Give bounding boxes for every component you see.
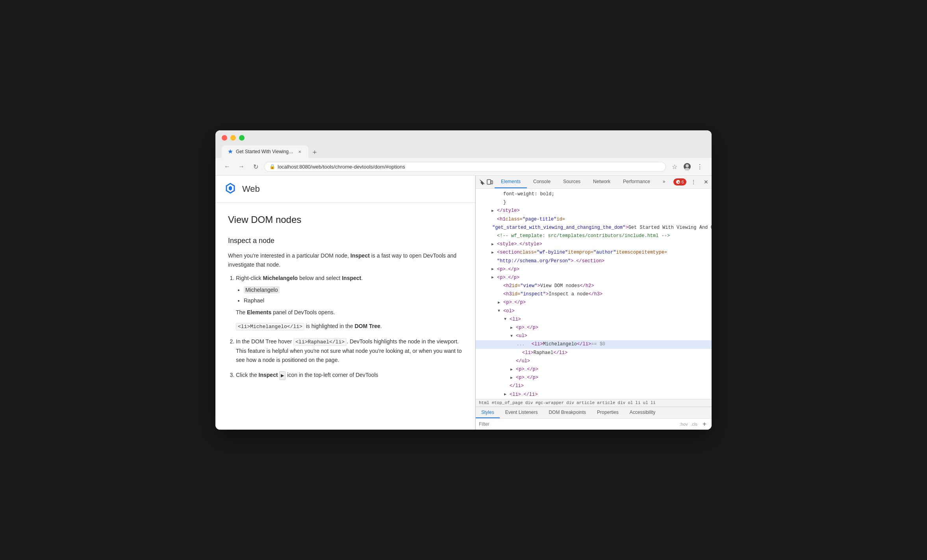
breadcrumb-li2[interactable]: li (651, 401, 656, 405)
svg-rect-3 (487, 180, 491, 184)
breadcrumb-bar: html #top_of_page div #gc-wrapper div ar… (476, 399, 712, 407)
dom-line[interactable]: ▶ <p>…</p> (476, 365, 712, 374)
dom-line[interactable]: ▶ <p>…</p> (476, 274, 712, 282)
tab-favicon (227, 148, 234, 155)
url-bar[interactable]: 🔒 localhost:8080/web/tools/chrome-devtoo… (264, 162, 666, 172)
dom-line[interactable]: ▶ <p>…</p> (476, 299, 712, 307)
dom-line[interactable]: <h1 class="page-title" id= (476, 215, 712, 224)
breadcrumb-div1[interactable]: div (525, 401, 533, 405)
inspect-element-button[interactable] (479, 176, 485, 188)
tab-properties[interactable]: Properties (591, 407, 624, 418)
breadcrumb-div3[interactable]: div (617, 401, 625, 405)
devtools-panel: Elements Console Sources Network Perform… (475, 176, 712, 430)
dom-line[interactable]: ▼ <ol> (476, 307, 712, 315)
tab-close-button[interactable]: ✕ (297, 148, 303, 155)
close-button[interactable] (222, 135, 227, 141)
breadcrumb-article1[interactable]: article (577, 401, 595, 405)
devtools-more-button[interactable]: ⋮ (688, 176, 699, 188)
expand-icon (526, 341, 531, 348)
dom-line[interactable]: ▶ <p>…</p> (476, 265, 712, 274)
filter-input[interactable] (479, 421, 677, 427)
dom-line[interactable]: font-weight: bold; (476, 190, 712, 198)
devtools-tabs: Elements Console Sources Network Perform… (495, 176, 672, 188)
tab-elements[interactable]: Elements (495, 176, 527, 188)
dom-line[interactable]: ▶ <style>…</style> (476, 240, 712, 248)
breadcrumb-top[interactable]: #top_of_page (491, 401, 523, 405)
site-logo-icon (223, 182, 237, 196)
forward-button[interactable]: → (236, 161, 247, 172)
tab-more[interactable]: » (656, 176, 672, 188)
filter-add-button[interactable]: + (701, 420, 708, 428)
dom-line[interactable]: ▶ <li>…</li> (476, 391, 712, 399)
error-badge[interactable]: ✕ 6 (673, 178, 686, 185)
devtools-toolbar: Elements Console Sources Network Perform… (476, 176, 712, 189)
bookmark-icon[interactable]: ☆ (669, 161, 680, 172)
dom-line[interactable]: "http://schema.org/Person">…</section> (476, 257, 712, 265)
breadcrumb-ol[interactable]: ol (628, 401, 633, 405)
tab-accessibility[interactable]: Accessibility (624, 407, 661, 418)
dom-line-highlighted[interactable]: ... <li>Michelangelo</li> == $0 (476, 340, 712, 349)
profile-icon[interactable] (682, 161, 693, 172)
collapse-icon: ▶ (491, 250, 496, 256)
menu-icon[interactable]: ⋮ (694, 161, 705, 172)
svg-rect-4 (491, 181, 493, 184)
dom-line[interactable]: <li>Raphael</li> (476, 349, 712, 357)
maximize-button[interactable] (239, 135, 245, 141)
breadcrumb-html[interactable]: html (479, 401, 489, 405)
page-header: Web (215, 176, 475, 203)
dom-line[interactable]: } (476, 198, 712, 207)
minimize-button[interactable] (230, 135, 236, 141)
dom-tree[interactable]: font-weight: bold; } ▶ </style> <h1 clas… (476, 189, 712, 399)
dom-line[interactable]: </li> (476, 382, 712, 390)
steps-list: Right-click Michelangelo below and selec… (236, 274, 462, 380)
device-toolbar-button[interactable] (487, 176, 493, 188)
filter-hint-cls[interactable]: .cls (691, 422, 698, 426)
filter-hint-hov[interactable]: :hov (680, 422, 688, 426)
collapse-icon: ▶ (491, 274, 496, 281)
dom-line[interactable]: <h3 id="inspect">Inspect a node</h3> (476, 290, 712, 299)
browser-tab-active[interactable]: Get Started With Viewing And ✕ (222, 145, 308, 158)
dom-line[interactable]: ▼ <ul> (476, 332, 712, 340)
tab-console[interactable]: Console (527, 176, 557, 188)
tab-title: Get Started With Viewing And (236, 149, 294, 154)
tab-dom-breakpoints[interactable]: DOM Breakpoints (543, 407, 591, 418)
collapse-icon: ▶ (510, 325, 515, 331)
dom-line[interactable]: ▶ <p>…</p> (476, 324, 712, 332)
dom-line[interactable]: "get_started_with_viewing_and_changing_t… (476, 224, 712, 232)
step1-code-note: <li>Michelangelo</li> is highlighted in … (236, 322, 462, 331)
tab-bar: Get Started With Viewing And ✕ + (222, 145, 705, 158)
dom-line[interactable]: ▶ <p>…</p> (476, 374, 712, 382)
collapse-icon: ▼ (510, 333, 515, 339)
step1-note: The Elements panel of DevTools opens. (236, 308, 462, 317)
dom-line[interactable]: <!-- wf_template: src/templates/contribu… (476, 232, 712, 240)
dom-line[interactable]: ▶ <section class="wf-byline" itemprop="a… (476, 248, 712, 257)
breadcrumb-ul[interactable]: ul (643, 401, 648, 405)
dom-line[interactable]: </ul> (476, 357, 712, 365)
collapse-icon: ▼ (504, 316, 509, 323)
breadcrumb-div2[interactable]: div (566, 401, 574, 405)
tab-styles[interactable]: Styles (476, 407, 500, 418)
tab-network[interactable]: Network (587, 176, 617, 188)
collapse-icon: ▶ (504, 391, 509, 398)
collapse-icon: ▶ (510, 375, 515, 381)
toolbar-icons: ☆ ⋮ (669, 161, 705, 172)
page-subheading: Inspect a node (228, 235, 462, 247)
filter-bar: :hov .cls + (476, 419, 712, 430)
dom-line[interactable]: <h2 id="view">View DOM nodes</h2> (476, 282, 712, 290)
refresh-button[interactable]: ↻ (250, 161, 261, 172)
tab-event-listeners[interactable]: Event Listeners (500, 407, 543, 418)
back-button[interactable]: ← (222, 161, 233, 172)
devtools-close-button[interactable]: ✕ (701, 176, 712, 188)
tab-sources[interactable]: Sources (557, 176, 587, 188)
new-tab-button[interactable]: + (309, 147, 320, 158)
breadcrumb-article2[interactable]: article (597, 401, 615, 405)
page-content: View DOM nodes Inspect a node When you'r… (215, 203, 475, 396)
step-1: Right-click Michelangelo below and selec… (236, 274, 462, 331)
bottom-tabs: Styles Event Listeners DOM Breakpoints P… (476, 407, 712, 419)
collapse-icon: ▶ (491, 241, 496, 248)
breadcrumb-li[interactable]: li (635, 401, 640, 405)
breadcrumb-gc-wrapper[interactable]: #gc-wrapper (535, 401, 564, 405)
dom-line[interactable]: ▶ </style> (476, 207, 712, 215)
dom-line[interactable]: ▼ <li> (476, 315, 712, 324)
tab-performance[interactable]: Performance (617, 176, 656, 188)
